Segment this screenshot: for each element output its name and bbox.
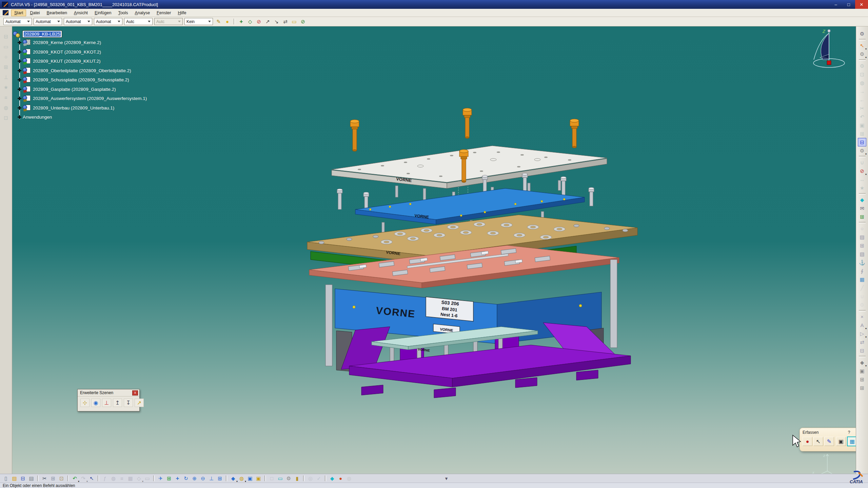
select-mode-icon[interactable]: ↖ — [813, 437, 823, 446]
view-mode-icon[interactable]: ◆▾ — [858, 359, 866, 366]
tool-screwdriver-icon[interactable]: ╱ — [858, 284, 866, 292]
toolbar-combo-2[interactable]: Automat — [34, 18, 62, 25]
zoom-in-icon[interactable]: ⊕ — [191, 475, 198, 482]
multi-cube-icon[interactable]: ◆ — [858, 196, 866, 204]
fly-mode-icon[interactable]: ✈ — [157, 475, 164, 482]
tree-item-label[interactable]: 202809_Gasplatte (202809_Gasplatte.2) — [33, 87, 116, 92]
free-move-icon[interactable]: + — [237, 18, 245, 25]
hatch-box-icon[interactable]: ▨ — [858, 233, 866, 241]
formula-icon[interactable]: ƒ — [101, 475, 109, 482]
explode-icon[interactable]: ⊹ — [80, 399, 90, 407]
free-rotate-icon[interactable]: ◇ — [246, 18, 254, 25]
expand-icon[interactable] — [18, 106, 21, 110]
menu-analyse[interactable]: Analyse — [132, 9, 153, 16]
cut-icon[interactable]: ✂ — [41, 475, 48, 482]
sketcher-icon[interactable]: ○ — [858, 225, 866, 232]
wire-box-icon[interactable]: □ — [268, 475, 276, 482]
apply-check-icon[interactable]: ✓ — [315, 475, 323, 482]
menu-einfügen[interactable]: Einfügen — [92, 9, 114, 16]
tree-reorder-icon[interactable]: ↶ — [858, 113, 866, 121]
expand-icon[interactable] — [18, 97, 21, 100]
tree-item-label[interactable]: 202809_Kerne (202809_Kerne.2) — [33, 40, 101, 45]
swap-view-icon[interactable]: ⇄ — [858, 338, 866, 346]
toolbar-combo-3[interactable]: Automat — [64, 18, 92, 25]
frame-icon[interactable]: ▭ — [2, 43, 10, 50]
blob-icon[interactable]: ◍ — [345, 475, 353, 482]
tray-icon[interactable]: ⊟ — [858, 347, 866, 354]
tree-item-label[interactable]: 202809_Unterbau (202809_Unterbau.1) — [33, 105, 114, 110]
scene-axis-icon[interactable]: ⊥ — [102, 399, 111, 407]
measure-inertia-icon[interactable]: ⚙ — [285, 475, 293, 482]
multi-view-icon[interactable]: ⊞ — [216, 475, 224, 482]
expand-icon[interactable] — [18, 115, 21, 119]
gears-icon[interactable]: ⚙ — [858, 30, 866, 38]
toolbar-combo-6[interactable]: Autc — [154, 18, 183, 25]
add-component-icon[interactable]: ↗ — [264, 18, 272, 25]
tree-item-anwendungen[interactable]: Anwendungen — [13, 113, 147, 122]
new-document-icon[interactable]: ▯ — [2, 475, 10, 482]
album-icon[interactable]: ▣ — [836, 437, 846, 446]
render-style2-icon[interactable]: ▣ — [255, 475, 262, 482]
measure-between-icon[interactable]: × — [858, 313, 866, 321]
pan-icon[interactable]: + — [174, 475, 181, 482]
tree-root-row[interactable]: 202809_KB-LB25 — [13, 30, 147, 38]
gear-ball-icon[interactable]: ◍ — [858, 79, 866, 87]
star-icon[interactable]: ★ — [2, 84, 10, 91]
iso-cube-icon[interactable]: ◆▾ — [229, 475, 237, 482]
sheet-icon[interactable]: ▭ — [143, 475, 151, 482]
tree-item-label[interactable]: 202809_Auswerfersystem (202809_Auswerfer… — [33, 96, 147, 101]
catia-p1-icon[interactable]: ◆ — [328, 475, 336, 482]
menu-bearbeiten[interactable]: Bearbeiten — [44, 9, 70, 16]
expand-icon[interactable] — [18, 41, 21, 44]
cut-link-icon[interactable]: ✂ — [858, 104, 866, 112]
paint-copy-icon[interactable]: ✎ — [215, 18, 222, 25]
graph-edit-icon[interactable]: ⊟ — [858, 138, 866, 146]
record-icon[interactable]: ● — [803, 437, 812, 446]
tree-item-label[interactable]: 202809_Schussplatte (202809_Schussplatte… — [33, 77, 129, 82]
scenes-palette-close-button[interactable]: x — [132, 390, 138, 395]
tree-icon[interactable]: ⊞ — [2, 63, 10, 70]
normal-view-icon[interactable]: ⊥ — [208, 475, 215, 482]
scene-snapshot-icon[interactable]: ◉ — [91, 399, 100, 407]
menu-hilfe[interactable]: Hilfe — [175, 9, 189, 16]
send-mail-icon[interactable]: ✉ — [858, 204, 866, 212]
cube-wire-icon[interactable]: ◇▾ — [135, 475, 143, 482]
circle-icon[interactable]: ○ — [2, 53, 10, 60]
menu-start[interactable]: Start — [11, 9, 26, 16]
tree-item-row[interactable]: 202809_Gasplatte (202809_Gasplatte.2) — [13, 85, 147, 94]
person-icon[interactable]: ◍ — [2, 104, 10, 111]
expand-icon[interactable] — [18, 50, 21, 54]
menu-datei[interactable]: Datei — [27, 9, 43, 16]
tree-item-row[interactable]: 202809_Oberteilplatte (202809_Oberteilpl… — [13, 66, 147, 76]
update-from-model-icon[interactable]: ↧ — [124, 399, 133, 407]
gear-x-icon[interactable]: ⚙ — [858, 301, 866, 309]
tree-item-row[interactable]: 202809_KKUT (202809_KKUT.2) — [13, 57, 147, 66]
menu-tools[interactable]: Tools — [115, 9, 131, 16]
picture-frame-icon[interactable]: ▦ — [858, 276, 866, 283]
zoom-out-icon[interactable]: ⊖ — [199, 475, 207, 482]
toolbar-combo-1[interactable]: Automat — [3, 18, 32, 25]
catia-p2-icon[interactable]: ● — [337, 475, 344, 482]
clipboard-icon[interactable]: ⊟ — [2, 33, 10, 40]
stop-manipulate-icon[interactable]: ⊘ — [299, 18, 307, 25]
tree-item-label[interactable]: 202809_Oberteilplatte (202809_Oberteilpl… — [33, 68, 131, 73]
anchor-icon[interactable]: ⚓ — [858, 259, 866, 266]
ruler-measure-icon[interactable]: ▭ — [276, 475, 284, 482]
annotation-icon[interactable]: ▷▾ — [858, 330, 866, 338]
remove-component-icon[interactable]: ↘ — [273, 18, 280, 25]
tree-item-row[interactable]: 202809_KKOT (202809_KKOT.2) — [13, 47, 147, 57]
link-boxes-icon[interactable]: ⊞ — [858, 242, 866, 249]
gear-cursor-icon[interactable]: ⚙▾ — [858, 50, 866, 58]
box-icon[interactable]: ⊡ — [2, 114, 10, 121]
fit-all-icon[interactable]: ⊞ — [165, 475, 173, 482]
gear-n-icon[interactable]: ⚙▾ — [858, 147, 866, 155]
expand-icon[interactable] — [18, 59, 21, 63]
hands-icon[interactable]: ∪ — [858, 292, 866, 300]
undo-icon[interactable]: ↶▾ — [71, 475, 79, 482]
smart-move-icon[interactable]: ▭ — [290, 18, 298, 25]
redo-icon[interactable]: ↷▾ — [79, 475, 87, 482]
capture-options-icon[interactable]: ✎ — [824, 437, 834, 446]
minimize-button[interactable]: – — [829, 0, 842, 9]
toolbar-combo-5[interactable]: Autc — [124, 18, 153, 25]
attach-clip-icon[interactable]: ∮ — [858, 267, 866, 275]
